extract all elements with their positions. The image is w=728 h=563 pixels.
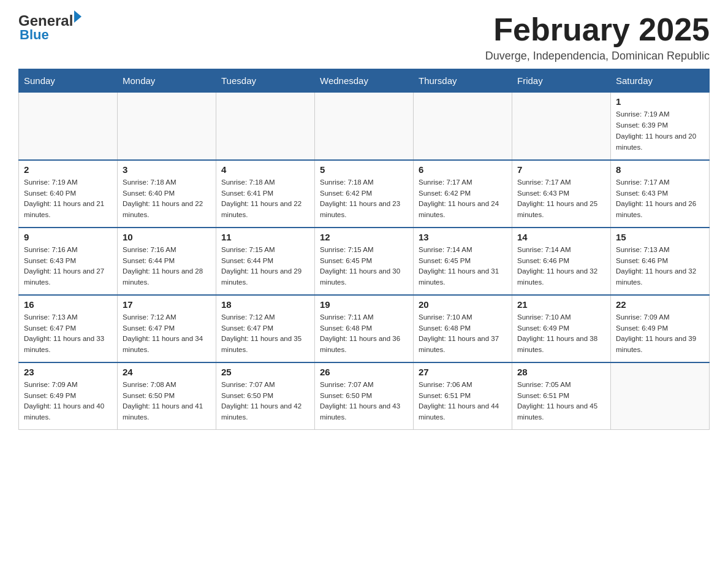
day-number: 14 <box>517 232 605 242</box>
header-saturday: Saturday <box>611 69 710 93</box>
day-info: Sunrise: 7:07 AMSunset: 6:50 PMDaylight:… <box>320 380 408 423</box>
day-number: 8 <box>616 164 704 175</box>
table-row: 20Sunrise: 7:10 AMSunset: 6:48 PMDayligh… <box>414 295 512 362</box>
day-info: Sunrise: 7:06 AMSunset: 6:51 PMDaylight:… <box>419 380 507 423</box>
day-info: Sunrise: 7:05 AMSunset: 6:51 PMDaylight:… <box>517 380 605 423</box>
day-number: 17 <box>123 299 211 310</box>
table-row <box>611 362 710 430</box>
table-row: 7Sunrise: 7:17 AMSunset: 6:43 PMDaylight… <box>512 160 611 228</box>
day-info: Sunrise: 7:14 AMSunset: 6:45 PMDaylight:… <box>419 245 507 288</box>
header-tuesday: Tuesday <box>216 69 315 93</box>
day-number: 12 <box>320 232 408 242</box>
day-number: 18 <box>221 299 309 310</box>
table-row: 28Sunrise: 7:05 AMSunset: 6:51 PMDayligh… <box>512 362 611 430</box>
day-info: Sunrise: 7:15 AMSunset: 6:45 PMDaylight:… <box>320 245 408 288</box>
header-sunday: Sunday <box>19 69 118 93</box>
day-info: Sunrise: 7:17 AMSunset: 6:43 PMDaylight:… <box>616 177 704 221</box>
day-info: Sunrise: 7:08 AMSunset: 6:50 PMDaylight:… <box>123 380 211 423</box>
table-row: 27Sunrise: 7:06 AMSunset: 6:51 PMDayligh… <box>414 362 512 430</box>
day-number: 11 <box>221 232 309 242</box>
day-number: 24 <box>123 367 211 377</box>
day-number: 21 <box>517 299 605 310</box>
table-row <box>315 93 414 160</box>
logo-arrow-icon <box>74 10 82 23</box>
calendar-table: Sunday Monday Tuesday Wednesday Thursday… <box>18 69 710 430</box>
day-number: 6 <box>419 164 507 175</box>
logo-blue-text: Blue <box>20 27 82 43</box>
day-number: 16 <box>24 299 112 310</box>
day-number: 25 <box>221 367 309 377</box>
day-number: 19 <box>320 299 408 310</box>
table-row: 19Sunrise: 7:11 AMSunset: 6:48 PMDayligh… <box>315 295 414 362</box>
table-row <box>118 93 216 160</box>
table-row: 18Sunrise: 7:12 AMSunset: 6:47 PMDayligh… <box>216 295 315 362</box>
day-info: Sunrise: 7:14 AMSunset: 6:46 PMDaylight:… <box>517 245 605 288</box>
day-number: 5 <box>320 164 408 175</box>
table-row: 16Sunrise: 7:13 AMSunset: 6:47 PMDayligh… <box>19 295 118 362</box>
table-row <box>512 93 611 160</box>
month-title: February 2025 <box>485 12 710 47</box>
day-info: Sunrise: 7:12 AMSunset: 6:47 PMDaylight:… <box>123 312 211 356</box>
day-info: Sunrise: 7:18 AMSunset: 6:42 PMDaylight:… <box>320 177 408 221</box>
day-info: Sunrise: 7:13 AMSunset: 6:46 PMDaylight:… <box>616 245 704 288</box>
day-info: Sunrise: 7:09 AMSunset: 6:49 PMDaylight:… <box>24 380 112 423</box>
day-number: 2 <box>24 164 112 175</box>
day-info: Sunrise: 7:10 AMSunset: 6:49 PMDaylight:… <box>517 312 605 356</box>
location-subtitle: Duverge, Independencia, Dominican Republ… <box>485 50 710 63</box>
table-row: 25Sunrise: 7:07 AMSunset: 6:50 PMDayligh… <box>216 362 315 430</box>
table-row: 4Sunrise: 7:18 AMSunset: 6:41 PMDaylight… <box>216 160 315 228</box>
table-row: 1Sunrise: 7:19 AMSunset: 6:39 PMDaylight… <box>611 93 710 160</box>
table-row: 8Sunrise: 7:17 AMSunset: 6:43 PMDaylight… <box>611 160 710 228</box>
logo: General Blue <box>18 12 82 43</box>
day-number: 1 <box>616 96 704 107</box>
day-info: Sunrise: 7:07 AMSunset: 6:50 PMDaylight:… <box>221 380 309 423</box>
table-row <box>216 93 315 160</box>
table-row: 12Sunrise: 7:15 AMSunset: 6:45 PMDayligh… <box>315 228 414 295</box>
day-info: Sunrise: 7:12 AMSunset: 6:47 PMDaylight:… <box>221 312 309 356</box>
table-row: 2Sunrise: 7:19 AMSunset: 6:40 PMDaylight… <box>19 160 118 228</box>
day-number: 20 <box>419 299 507 310</box>
header-friday: Friday <box>512 69 611 93</box>
table-row: 6Sunrise: 7:17 AMSunset: 6:42 PMDaylight… <box>414 160 512 228</box>
day-info: Sunrise: 7:10 AMSunset: 6:48 PMDaylight:… <box>419 312 507 356</box>
table-row: 3Sunrise: 7:18 AMSunset: 6:40 PMDaylight… <box>118 160 216 228</box>
table-row: 26Sunrise: 7:07 AMSunset: 6:50 PMDayligh… <box>315 362 414 430</box>
day-info: Sunrise: 7:17 AMSunset: 6:43 PMDaylight:… <box>517 177 605 221</box>
header-wednesday: Wednesday <box>315 69 414 93</box>
calendar-header-row: Sunday Monday Tuesday Wednesday Thursday… <box>19 69 710 93</box>
day-info: Sunrise: 7:19 AMSunset: 6:40 PMDaylight:… <box>24 177 112 221</box>
table-row: 22Sunrise: 7:09 AMSunset: 6:49 PMDayligh… <box>611 295 710 362</box>
day-info: Sunrise: 7:13 AMSunset: 6:47 PMDaylight:… <box>24 312 112 356</box>
day-number: 4 <box>221 164 309 175</box>
table-row: 23Sunrise: 7:09 AMSunset: 6:49 PMDayligh… <box>19 362 118 430</box>
day-info: Sunrise: 7:19 AMSunset: 6:39 PMDaylight:… <box>616 109 704 153</box>
day-number: 28 <box>517 367 605 377</box>
day-number: 9 <box>24 232 112 242</box>
day-number: 23 <box>24 367 112 377</box>
day-number: 7 <box>517 164 605 175</box>
header-monday: Monday <box>118 69 216 93</box>
table-row: 15Sunrise: 7:13 AMSunset: 6:46 PMDayligh… <box>611 228 710 295</box>
title-area: February 2025 Duverge, Independencia, Do… <box>485 12 710 63</box>
header-thursday: Thursday <box>414 69 512 93</box>
table-row: 24Sunrise: 7:08 AMSunset: 6:50 PMDayligh… <box>118 362 216 430</box>
table-row: 17Sunrise: 7:12 AMSunset: 6:47 PMDayligh… <box>118 295 216 362</box>
day-number: 15 <box>616 232 704 242</box>
day-number: 26 <box>320 367 408 377</box>
day-number: 22 <box>616 299 704 310</box>
table-row: 21Sunrise: 7:10 AMSunset: 6:49 PMDayligh… <box>512 295 611 362</box>
table-row <box>19 93 118 160</box>
day-info: Sunrise: 7:11 AMSunset: 6:48 PMDaylight:… <box>320 312 408 356</box>
table-row: 13Sunrise: 7:14 AMSunset: 6:45 PMDayligh… <box>414 228 512 295</box>
table-row <box>414 93 512 160</box>
day-info: Sunrise: 7:09 AMSunset: 6:49 PMDaylight:… <box>616 312 704 356</box>
day-info: Sunrise: 7:16 AMSunset: 6:43 PMDaylight:… <box>24 245 112 288</box>
day-number: 13 <box>419 232 507 242</box>
table-row: 14Sunrise: 7:14 AMSunset: 6:46 PMDayligh… <box>512 228 611 295</box>
day-info: Sunrise: 7:17 AMSunset: 6:42 PMDaylight:… <box>419 177 507 221</box>
table-row: 9Sunrise: 7:16 AMSunset: 6:43 PMDaylight… <box>19 228 118 295</box>
table-row: 10Sunrise: 7:16 AMSunset: 6:44 PMDayligh… <box>118 228 216 295</box>
day-number: 3 <box>123 164 211 175</box>
day-info: Sunrise: 7:15 AMSunset: 6:44 PMDaylight:… <box>221 245 309 288</box>
day-info: Sunrise: 7:18 AMSunset: 6:41 PMDaylight:… <box>221 177 309 221</box>
